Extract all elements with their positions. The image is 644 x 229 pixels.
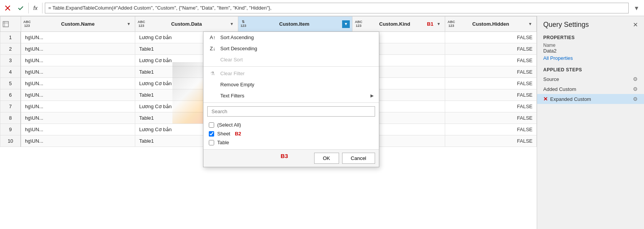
row-num: 9 [0,124,21,135]
name-value[interactable]: Data2 [543,48,638,54]
cell-custom-hidden: FALSE [445,89,537,101]
checkbox-table-label: Table [217,140,229,145]
ok-button[interactable]: OK [314,153,339,164]
formula-input[interactable] [45,3,629,13]
col-filter-btn-data[interactable]: ▾ [228,20,236,28]
col-name-custom-data: Custom.Data [147,21,226,27]
fx-label: fx [31,5,40,11]
step-expanded-custom-error-icon: ✕ [543,96,548,102]
remove-empty-item[interactable]: Remove Empty [203,79,379,90]
clear-filter-icon: ⚗ [209,71,216,76]
cell-custom-hidden: FALSE [445,43,537,55]
all-properties-link[interactable]: All Properties [537,54,644,64]
dialog-footer: B3 OK Cancel [203,149,379,167]
col-type-icon-hidden: ABC123 [447,20,455,28]
col-type-icon-kind: ABC123 [355,20,362,28]
checkbox-sheet[interactable]: Sheet B2 [207,129,375,138]
clear-filter-item[interactable]: ⚗ Clear Filter [203,68,379,79]
row-num: 7 [0,101,21,112]
clear-sort-item[interactable]: Clear Sort [203,54,379,65]
text-filters-item[interactable]: Text Filters ▶ [203,90,379,101]
cell-custom-name: hg\UN... [21,124,135,135]
step-source-gear[interactable]: ⚙ [633,76,638,82]
cell-custom-name: hg\UN... [21,78,135,89]
col-header-custom-name[interactable]: ABC123 Custom.Name ▾ [21,16,135,32]
col-header-custom-kind[interactable]: ABC123 Custom.Kind B1 ▾ [352,16,445,32]
table-area: ABC123 Custom.Name ▾ ABC123 Custom.Data … [0,16,537,229]
cancel-icon[interactable] [2,3,13,13]
row-num: 2 [0,43,21,55]
cell-custom-name: hg\UN... [21,89,135,101]
b3-badge: B3 [281,153,288,164]
confirm-icon[interactable] [15,3,26,13]
cell-custom-name: hg\UN... [21,55,135,66]
formula-bar: fx ▾ [0,0,644,16]
row-num: 4 [0,66,21,78]
steps-list: Source ⚙ Added Custom ⚙ ✕ Expanded Custo… [537,74,644,104]
text-filters-arrow: ▶ [370,93,374,98]
col-name-custom-name: Custom.Name [32,21,123,27]
col-type-icon-item: ⇅123 [241,20,246,28]
close-panel-button[interactable]: ✕ [633,21,638,28]
b2-badge: B2 [235,131,241,137]
row-num-header [0,16,21,32]
col-filter-btn-name[interactable]: ▾ [125,20,133,28]
col-filter-btn-item[interactable]: ▾ [342,20,350,28]
cell-custom-name: hg\UN... [21,43,135,55]
cell-custom-hidden: FALSE [445,135,537,147]
checkbox-select-all[interactable]: (Select All) [207,120,375,129]
sort-asc-label: Sort Ascending [220,35,374,40]
search-input[interactable] [207,106,375,117]
search-box-row [203,104,379,119]
name-label-row: Name Data2 [537,42,644,54]
step-expanded-custom-gear[interactable]: ⚙ [633,96,638,102]
step-added-custom-gear[interactable]: ⚙ [633,86,638,92]
checkbox-sheet-label: Sheet [217,131,230,137]
cell-custom-name: hg\UN... [21,112,135,124]
step-source-label: Source [543,76,559,82]
col-name-custom-item: Custom.Item [248,21,341,27]
step-added-custom-label: Added Custom [543,86,576,92]
checkbox-table-input[interactable] [209,140,214,145]
cell-custom-name: hg\UN... [21,101,135,112]
col-name-custom-kind: Custom.Kind [364,21,426,27]
step-source[interactable]: Source ⚙ [537,74,644,84]
col-filter-btn-hidden[interactable]: ▾ [526,20,534,28]
text-filters-label: Text Filters [220,93,367,99]
col-header-custom-hidden[interactable]: ABC123 Custom.Hidden ▾ [445,16,537,32]
step-added-custom[interactable]: Added Custom ⚙ [537,84,644,94]
row-num: 3 [0,55,21,66]
sort-desc-label: Sort Descending [220,46,374,51]
col-type-icon-name: ABC123 [23,20,31,28]
step-expanded-custom-left: ✕ Expanded Custom [543,96,591,102]
col-filter-btn-kind[interactable]: ▾ [435,20,442,28]
row-num: 8 [0,112,21,124]
cell-custom-hidden: FALSE [445,101,537,112]
cell-custom-hidden: FALSE [445,55,537,66]
cell-custom-name: hg\UN... [21,32,135,43]
right-panel: Query Settings ✕ PROPERTIES Name Data2 A… [537,16,644,229]
checkbox-table[interactable]: Table [207,138,375,147]
applied-steps-section-title: APPLIED STEPS [537,64,644,74]
step-expanded-custom-label: Expanded Custom [550,96,591,102]
row-num: 5 [0,78,21,89]
col-header-custom-item[interactable]: ⇅123 Custom.Item ▾ [238,16,352,32]
menu-separator-2 [203,102,379,103]
col-header-custom-data[interactable]: ABC123 Custom.Data ▾ [135,16,238,32]
formula-expand-button[interactable]: ▾ [631,3,642,13]
query-settings-title: Query Settings [543,21,589,29]
checkbox-select-all-input[interactable] [209,122,214,128]
step-added-custom-left: Added Custom [543,86,576,92]
cell-custom-hidden: FALSE [445,66,537,78]
step-expanded-custom[interactable]: ✕ Expanded Custom ⚙ [537,94,644,104]
cell-custom-hidden: FALSE [445,78,537,89]
cell-custom-hidden: FALSE [445,124,537,135]
clear-sort-label: Clear Sort [220,57,374,63]
checkbox-select-all-label: (Select All) [217,122,241,128]
cancel-button[interactable]: Cancel [342,153,375,164]
clear-filter-label: Clear Filter [220,71,374,76]
sort-ascending-item[interactable]: A↑ Sort Ascending [203,32,379,43]
col-type-icon-data: ABC123 [138,20,145,28]
sort-descending-item[interactable]: Z↓ Sort Descending [203,43,379,54]
checkbox-sheet-input[interactable] [209,131,214,137]
